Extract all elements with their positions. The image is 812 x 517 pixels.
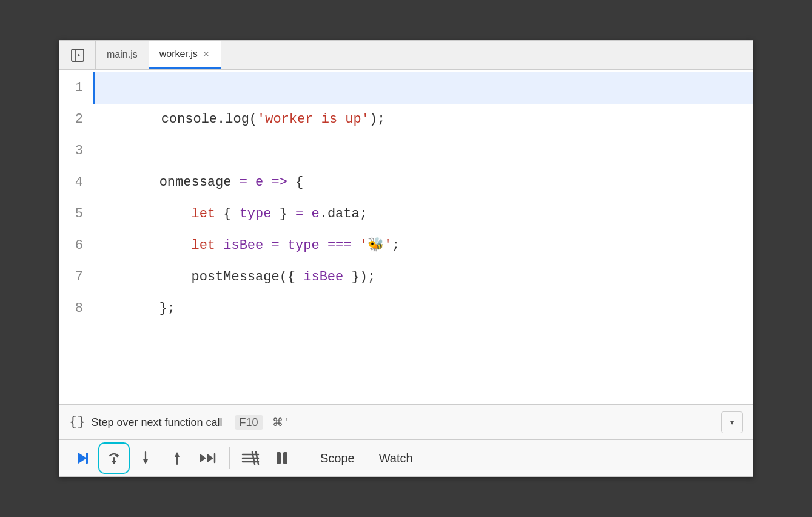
line-num-8: 8 [59,293,83,325]
scope-button[interactable]: Scope [308,447,367,470]
sidebar-toggle-button[interactable] [59,41,96,69]
line-numbers: 1 2 3 4 5 6 7 8 [59,70,93,404]
line-num-4: 4 [59,167,83,198]
tab-bar: main.js worker.js ✕ [59,41,753,70]
step-into-button[interactable] [130,442,161,474]
svg-rect-20 [277,452,281,464]
svg-marker-13 [207,454,213,462]
step-out-button[interactable] [161,442,193,474]
deactivate-breakpoints-button[interactable] [235,442,266,474]
line-num-7: 7 [59,262,83,293]
resume-button[interactable] [67,442,98,474]
svg-marker-3 [78,453,87,464]
debug-separator-2 [303,447,303,469]
tab-main-js-label: main.js [107,49,138,60]
dropdown-icon: ▾ [729,416,735,428]
format-icon: {} [69,414,85,430]
tab-worker-js-label: worker.js [159,49,198,59]
step-over-button[interactable] [98,442,130,474]
code-area: 1 2 3 4 5 6 7 8 console.log('worker is u… [59,70,753,404]
line-num-3: 3 [59,135,83,167]
code-line-1: console.log('worker is up'); [93,72,753,104]
step-frame-button[interactable] [193,442,224,474]
svg-marker-9 [143,459,148,464]
svg-marker-12 [200,454,206,462]
shortcut-cmd: ⌘ ' [272,416,288,428]
tooltip-bar: {} Step over next function call F10 ⌘ ' … [59,405,753,440]
line-num-2: 2 [59,104,83,135]
tooltip-dropdown-button[interactable]: ▾ [721,411,743,433]
code-content[interactable]: console.log('worker is up'); onmessage =… [93,70,753,404]
debug-separator-1 [229,447,230,469]
editor-container: main.js worker.js ✕ 1 2 3 4 5 6 7 8 cons… [59,40,753,477]
svg-marker-11 [175,452,180,457]
line-num-1: 1 [59,72,83,104]
svg-rect-21 [283,452,287,464]
bottom-toolbar: {} Step over next function call F10 ⌘ ' … [59,404,753,476]
svg-marker-7 [112,461,116,464]
tab-close-button[interactable]: ✕ [203,49,210,59]
watch-button[interactable]: Watch [367,447,425,470]
code-line-3: onmessage = e => { [93,135,753,167]
pause-exceptions-button[interactable] [266,442,298,474]
shortcut-f10: F10 [235,415,263,430]
tab-worker-js[interactable]: worker.js ✕ [149,41,221,69]
tab-main-js[interactable]: main.js [96,41,149,69]
line-num-6: 6 [59,230,83,262]
debug-controls: Scope Watch [59,440,753,476]
svg-rect-4 [86,453,88,464]
tooltip-text: Step over next function call F10 ⌘ ' [91,416,715,429]
code-line-8 [93,293,753,325]
line-num-5: 5 [59,198,83,230]
svg-marker-2 [78,53,80,57]
